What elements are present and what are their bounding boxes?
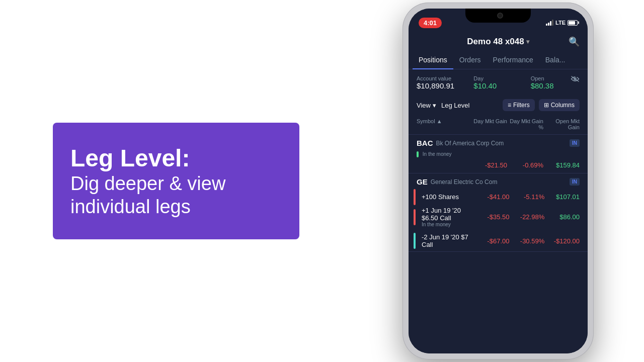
stock-ge-ticker: GE <box>417 177 428 186</box>
account-chevron-icon: ▾ <box>526 38 529 45</box>
front-camera <box>497 13 503 19</box>
account-stats: Account value $10,890.91 Day $10.40 Open… <box>409 69 588 96</box>
time-display: 4:01 <box>419 18 442 28</box>
ge-leg1-open-gain: $107.01 <box>544 193 580 201</box>
bac-day-gain-pct: -0.69% <box>507 161 543 169</box>
th-open-mkt-gain: Open Mkt Gain <box>543 118 580 130</box>
filters-label: Filters <box>513 102 530 109</box>
account-value-label: Account value <box>417 75 465 81</box>
ge-leg3-open-gain: -$120.00 <box>544 237 580 245</box>
phone-screen: 4:01 LTE <box>409 9 588 353</box>
promo-text: Leg Level: Dig deeper & view individual … <box>70 144 282 219</box>
ge-leg1-day-gain-pct: -5.11% <box>509 193 544 201</box>
ge-leg-call2[interactable]: -2 Jun 19 '20 $7 Call -$67.00 -30.59% -$… <box>409 230 588 251</box>
search-button[interactable]: 🔍 <box>569 36 580 47</box>
th-day-mkt-gain: Day Mkt Gain <box>471 118 507 130</box>
stock-ge-header[interactable]: GE General Electric Co Com IN <box>409 173 588 190</box>
phone-frame: 4:01 LTE <box>403 3 594 359</box>
view-label: View <box>417 102 431 109</box>
day-label: Day <box>473 75 522 81</box>
stock-bac-badge: IN <box>570 139 580 147</box>
stock-bac-itm-label: In the money <box>409 151 588 159</box>
status-bar: 4:01 LTE <box>409 9 588 33</box>
stat-day: Day $10.40 <box>473 75 522 90</box>
account-name-text: Demo 48 x048 <box>467 37 524 47</box>
stock-ge-section: GE General Electric Co Com IN +100 Share… <box>409 173 588 252</box>
account-value-amount: $10,890.91 <box>417 81 465 90</box>
promo-line2: Dig deeper & view individual legs <box>70 172 282 218</box>
network-type: LTE <box>555 20 566 26</box>
th-symbol: Symbol ▲ <box>417 118 471 130</box>
account-header: Demo 48 x048 ▾ 🔍 <box>409 33 588 51</box>
bac-open-gain: $159.84 <box>543 161 580 169</box>
stock-bac-section: BAC Bk Of America Corp Com IN In the mon… <box>409 135 588 173</box>
tab-orders[interactable]: Orders <box>453 51 487 69</box>
ge-leg2-indicator <box>414 209 416 225</box>
ge-leg1-indicator <box>414 189 416 205</box>
ge-leg1-day-gain: -$41.00 <box>474 193 510 201</box>
columns-icon: ⊞ <box>544 102 549 109</box>
nav-tabs: Positions Orders Performance Bala... <box>409 51 588 69</box>
ge-leg3-day-gain: -$67.00 <box>474 237 510 245</box>
ge-leg2-open-gain: $86.00 <box>544 213 580 221</box>
filters-button[interactable]: ≡ Filters <box>503 99 535 111</box>
ge-leg3-day-gain-pct: -30.59% <box>509 237 544 245</box>
hide-values-icon[interactable] <box>571 75 580 84</box>
columns-button[interactable]: ⊞ Columns <box>539 99 580 111</box>
ge-leg-call1[interactable]: +1 Jun 19 '20 $6.50 Call In the money -$… <box>409 204 588 230</box>
notch <box>465 9 531 23</box>
signal-bar-3 <box>550 21 551 26</box>
bac-empty-col <box>417 161 471 169</box>
th-day-mkt-gain-pct: Day Mkt Gain % <box>507 118 543 130</box>
battery-icon <box>568 20 578 26</box>
ge-leg1-label: +100 Shares <box>417 193 474 201</box>
sort-icon: ▲ <box>437 118 442 124</box>
day-value: $10.40 <box>473 81 522 90</box>
stock-bac-ticker: BAC <box>417 139 433 147</box>
filter-icon: ≡ <box>508 102 511 109</box>
signal-bar-1 <box>546 24 547 26</box>
tab-balance[interactable]: Bala... <box>539 51 572 69</box>
stock-bac-values: -$21.50 -0.69% $159.84 <box>409 159 588 173</box>
battery-fill <box>569 21 575 25</box>
tab-positions[interactable]: Positions <box>413 51 453 69</box>
stock-ge-name: General Electric Co Com <box>431 178 498 186</box>
signal-bars-icon <box>546 20 553 26</box>
ge-leg2-day-gain-pct: -22.98% <box>509 213 544 221</box>
signal-bar-4 <box>552 20 553 26</box>
tab-performance[interactable]: Performance <box>487 51 539 69</box>
ge-leg2-day-gain: -$35.50 <box>474 213 510 221</box>
stock-bac-header[interactable]: BAC Bk Of America Corp Com IN <box>409 135 588 151</box>
ge-leg3-label: -2 Jun 19 '20 $7 Call <box>417 233 474 248</box>
app-content: Demo 48 x048 ▾ 🔍 Positions Orders Perfor… <box>409 33 588 353</box>
view-chevron-icon: ▾ <box>433 102 436 109</box>
ge-leg-shares[interactable]: +100 Shares -$41.00 -5.11% $107.01 <box>409 190 588 204</box>
table-header: Symbol ▲ Day Mkt Gain Day Mkt Gain % Ope… <box>409 114 588 135</box>
ge-leg2-label: +1 Jun 19 '20 $6.50 Call In the money <box>417 207 474 227</box>
account-name[interactable]: Demo 48 x048 ▾ <box>467 37 529 47</box>
stat-account-value: Account value $10,890.91 <box>417 75 465 90</box>
view-current: Leg Level <box>441 102 469 109</box>
ge-leg3-indicator <box>414 233 416 249</box>
status-right: LTE <box>546 20 578 26</box>
signal-bar-2 <box>548 23 549 26</box>
columns-label: Columns <box>551 102 575 109</box>
promo-box: Leg Level: Dig deeper & view individual … <box>53 123 299 239</box>
right-panel: 4:01 LTE <box>352 0 644 362</box>
bac-indicator <box>417 151 419 157</box>
stock-ge-badge: IN <box>570 178 580 186</box>
promo-line1: Leg Level: <box>70 144 282 173</box>
stock-bac-name: Bk Of America Corp Com <box>436 140 504 147</box>
view-selector[interactable]: View ▾ <box>417 102 436 109</box>
left-panel: Leg Level: Dig deeper & view individual … <box>0 0 352 362</box>
bac-day-gain: -$21.50 <box>471 161 507 169</box>
view-row: View ▾ Leg Level ≡ Filters ⊞ Columns <box>409 96 588 114</box>
